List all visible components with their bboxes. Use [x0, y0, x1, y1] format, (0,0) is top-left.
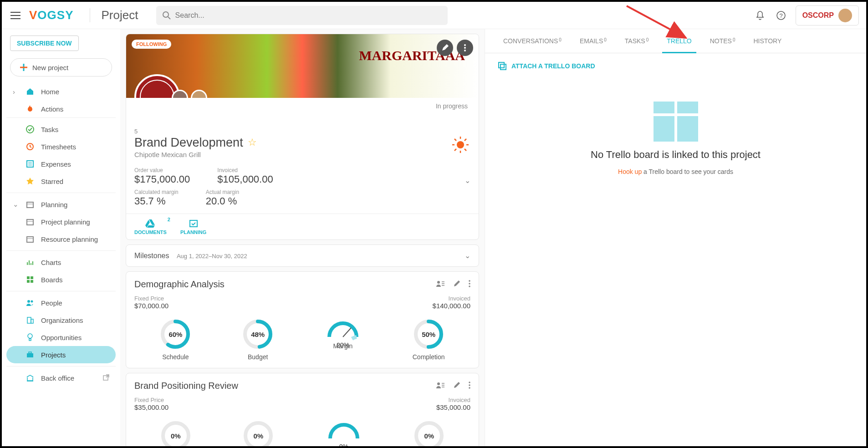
documents-button[interactable]: 2 DOCUMENTS [134, 219, 167, 235]
user-avatar[interactable] [838, 9, 852, 22]
svg-rect-44 [190, 220, 197, 227]
chart-icon [26, 258, 35, 267]
more-vertical-icon [469, 382, 470, 389]
empty-subtitle: Hook up a Trello board to see your cards [618, 168, 733, 175]
page-title: Project [90, 8, 138, 22]
svg-line-41 [465, 149, 466, 151]
logo[interactable]: VOGSY [29, 8, 73, 22]
sun-icon [450, 135, 470, 159]
bank-icon [26, 373, 35, 382]
deliverable-card: Demographic Analysis Fixed Price $70,000… [126, 271, 479, 368]
sidebar-item-charts[interactable]: Charts [6, 254, 116, 271]
svg-rect-22 [31, 280, 33, 283]
notifications-button[interactable] [754, 9, 766, 22]
assign-button[interactable] [436, 382, 445, 391]
star-icon [26, 177, 35, 186]
new-project-label: New project [32, 64, 68, 71]
tab-history[interactable]: HISTORY [745, 29, 791, 53]
team-avatars [172, 90, 207, 98]
org-badge[interactable]: OSCORP [796, 5, 859, 25]
empty-title: No Trello board is linked to this projec… [591, 149, 761, 161]
planning-button[interactable]: PLANNING [180, 219, 206, 235]
more-button[interactable] [469, 280, 470, 289]
avatar[interactable] [172, 90, 188, 98]
tab-notes[interactable]: NOTES0 [701, 29, 745, 53]
svg-point-65 [469, 387, 470, 389]
calendar-icon [26, 200, 35, 209]
svg-point-1 [163, 12, 168, 17]
sidebar-item-resource-planning[interactable]: Resource planning [6, 230, 116, 248]
hamburger-icon [10, 12, 20, 19]
project-status: In progress [436, 102, 468, 110]
bulb-icon [26, 333, 35, 342]
svg-rect-21 [27, 280, 30, 283]
attach-trello-button[interactable]: ATTACH A TRELLO BOARD [485, 53, 866, 79]
hook-up-link[interactable]: Hook up [618, 168, 642, 175]
boards-icon [26, 275, 35, 284]
bell-icon [756, 10, 765, 20]
tab-emails[interactable]: EMAILS0 [571, 29, 616, 53]
menu-button[interactable] [9, 9, 22, 22]
external-link-icon [103, 374, 109, 382]
edit-button[interactable] [437, 40, 453, 56]
svg-line-42 [454, 149, 456, 151]
sidebar-item-people[interactable]: People [6, 294, 116, 311]
svg-rect-70 [500, 64, 506, 70]
tab-trello[interactable]: TRELLO [658, 29, 700, 53]
new-project-button[interactable]: New project [10, 58, 112, 76]
sidebar-item-project-planning[interactable]: Project planning [6, 213, 116, 230]
sidebar-item-opportunities[interactable]: Opportunities [6, 329, 116, 346]
search-box[interactable] [156, 6, 448, 25]
avatar[interactable] [191, 90, 207, 98]
chevron-right-icon: › [13, 88, 19, 96]
sidebar-item-starred[interactable]: Starred [6, 173, 116, 190]
calendar-icon [26, 234, 35, 244]
completion-gauge: 50% [413, 319, 444, 350]
help-button[interactable]: ? [775, 9, 787, 22]
sidebar-item-organizations[interactable]: Organizations [6, 311, 116, 329]
svg-point-32 [464, 44, 466, 46]
calendar-check-icon [189, 219, 198, 228]
svg-point-27 [28, 334, 32, 338]
svg-point-51 [469, 285, 470, 287]
following-badge[interactable]: FOLLOWING [132, 40, 171, 49]
sidebar-item-tasks[interactable]: Tasks [6, 121, 116, 138]
tab-conversations[interactable]: CONVERSATIONS0 [494, 29, 571, 53]
schedule-gauge: 60% [160, 319, 191, 350]
svg-point-64 [469, 384, 470, 386]
edit-button[interactable] [453, 382, 460, 391]
svg-rect-17 [27, 237, 33, 242]
tab-tasks[interactable]: TASKS0 [616, 29, 658, 53]
svg-rect-15 [27, 219, 33, 225]
more-button[interactable] [457, 40, 473, 56]
sidebar-item-expenses[interactable]: Expenses [6, 155, 116, 173]
order-value: $175,000.00 [134, 173, 190, 185]
deliverable-card: Brand Positioning Review Fixed Price $35… [126, 373, 479, 446]
briefcase-icon [26, 350, 35, 359]
sidebar-item-planning[interactable]: ⌄ Planning [6, 196, 116, 213]
svg-point-63 [469, 382, 470, 383]
sidebar-item-back-office[interactable]: Back office [6, 369, 116, 387]
fire-icon [26, 104, 35, 113]
pencil-icon [453, 382, 460, 389]
sidebar-item-actions[interactable]: Actions [6, 100, 116, 117]
milestones-card[interactable]: Milestones Aug 1, 2022–Nov 30, 2022 ⌄ [126, 244, 479, 267]
sidebar-item-boards[interactable]: Boards [6, 271, 116, 288]
sidebar-item-timesheets[interactable]: Timesheets [6, 138, 116, 155]
more-button[interactable] [469, 382, 470, 391]
more-vertical-icon [469, 280, 470, 287]
svg-rect-28 [29, 339, 31, 341]
svg-point-34 [464, 50, 466, 51]
search-input[interactable] [175, 11, 442, 20]
svg-rect-25 [27, 317, 31, 323]
svg-rect-20 [31, 276, 33, 279]
more-vertical-icon [464, 44, 466, 51]
subscribe-button[interactable]: SUBSCRIBE NOW [10, 36, 79, 51]
sidebar-item-projects[interactable]: Projects [6, 346, 116, 363]
expand-button[interactable]: ⌄ [465, 176, 470, 185]
assign-button[interactable] [436, 280, 445, 289]
sidebar-item-home[interactable]: › Home [6, 83, 116, 100]
project-card: FOLLOWING MARGARITAAA In progress [126, 34, 479, 240]
star-button[interactable]: ☆ [248, 137, 257, 148]
edit-button[interactable] [453, 280, 460, 289]
